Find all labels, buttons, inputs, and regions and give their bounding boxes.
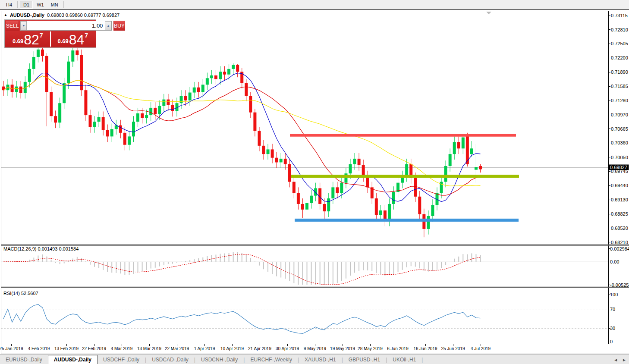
candle-body: [149, 108, 152, 115]
candle-body: [28, 69, 31, 82]
timeframe-button-d1[interactable]: D1: [20, 1, 33, 9]
rsi-label: RSI(14) 52.5607: [3, 291, 38, 296]
chart-ohlc-values: 0.69803 0.69860 0.69777 0.69827: [47, 13, 120, 18]
symbol-tab-eurusd-daily[interactable]: EURUSD-,Daily: [0, 355, 48, 364]
candle-body: [292, 182, 296, 193]
macd-axis-label: 0.00: [610, 259, 619, 264]
candle-body: [284, 159, 287, 164]
rsi-axis-label: 0: [610, 339, 613, 344]
price-axis-label: 0.68825: [611, 211, 628, 217]
price-axis-label: 0.68210: [611, 240, 628, 245]
candle-body: [336, 187, 339, 193]
date-label: 25 Jun 2019: [441, 346, 465, 351]
volume-decrease-icon[interactable]: ▼: [20, 21, 27, 30]
candle-body: [71, 50, 74, 62]
candle-body: [102, 117, 105, 130]
candle-body: [271, 149, 274, 157]
candle-body: [63, 83, 66, 103]
hline-resistance: [290, 134, 516, 137]
candle-body: [197, 88, 200, 92]
sell-button[interactable]: SELL: [6, 21, 19, 31]
date-label: 16 Jun 2019: [413, 346, 437, 351]
date-label: 13 Feb 2019: [54, 346, 79, 351]
symbol-tab-usdcnh-daily[interactable]: USDCNH-,Daily: [195, 355, 243, 364]
candle-body: [58, 103, 61, 122]
symbol-tab-xauusd-h1[interactable]: XAUUSD-,H1: [299, 355, 342, 364]
rsi-axis-label: 70: [610, 307, 615, 312]
candle-body: [84, 90, 87, 115]
rsi-axis-label: 30: [610, 326, 615, 331]
candle-body: [214, 75, 217, 79]
symbol-tab-ukoil-h1[interactable]: UKOil-,H1: [387, 355, 421, 364]
volume-increase-icon[interactable]: ▲: [105, 21, 111, 30]
date-label: 25 Jan 2019: [0, 346, 23, 351]
buy-button[interactable]: BUY: [113, 21, 125, 31]
candle-body: [440, 182, 443, 193]
symbol-tab-usdchf-daily[interactable]: USDCHF-,Daily: [97, 355, 145, 364]
symbol-tab-audusd-daily[interactable]: AUDUSD-,Daily: [48, 355, 97, 364]
rsi-axis-label: 100: [610, 292, 618, 297]
price-axis-label: 0.70360: [611, 140, 628, 145]
candle-body: [358, 159, 361, 165]
macd-label: MACD(12,26,9) 0.001493 0.001584: [3, 246, 79, 251]
date-label: 4 Mar 2019: [111, 346, 133, 351]
axis-labels-layer: 0.731150.728100.725050.722000.718900.715…: [0, 13, 629, 351]
buy-price-pip: 7: [85, 32, 88, 39]
candle-body: [75, 50, 79, 55]
candle-body: [110, 129, 113, 136]
symbol-tab-usdcad-daily[interactable]: USDCAD-,Daily: [146, 355, 194, 364]
symbol-tab-gbpusd-h1[interactable]: GBPUSD-,H1: [343, 355, 386, 364]
candle-body: [232, 65, 235, 69]
collapse-triangle-icon[interactable]: ▲: [4, 13, 7, 17]
candle-body: [145, 115, 148, 118]
toolbar-separator: [63, 1, 64, 8]
trading-platform-window: H4D1W1MN 0.731150.728100.725050.722000.7…: [0, 0, 629, 364]
timeframe-button-h4[interactable]: H4: [3, 1, 15, 8]
candle-body: [297, 193, 300, 204]
candle-body: [158, 106, 161, 114]
candle-body: [280, 159, 283, 163]
symbol-tab-eurchf-weekly[interactable]: EURCHF-,Weekly: [245, 355, 297, 364]
price-axis-label: 0.71585: [611, 84, 628, 89]
tab-scroll-right-icon[interactable]: ►: [622, 358, 626, 362]
date-label: 1 Apr 2019: [194, 346, 215, 351]
date-label: 4 Feb 2019: [28, 346, 50, 351]
candle-body: [353, 159, 356, 164]
price-axis-label: 0.70665: [611, 126, 628, 132]
candle-body: [453, 142, 456, 154]
candle-body: [180, 96, 183, 103]
candle-body: [37, 50, 40, 57]
chart-shift-marker-icon[interactable]: [486, 12, 491, 14]
candle-body: [184, 96, 187, 100]
timeframe-toolbar: H4D1W1MN: [0, 0, 629, 10]
price-axis-label: 0.73115: [611, 13, 628, 18]
buy-price-display[interactable]: 0.69 84 7: [51, 31, 95, 47]
date-label: 22 Feb 2019: [82, 346, 107, 351]
price-chart[interactable]: 0.731150.728100.725050.722000.718900.715…: [0, 9, 629, 355]
price-axis-label: 0.72810: [611, 27, 628, 32]
price-axis-label: 0.68520: [611, 226, 628, 231]
candle-body: [314, 188, 317, 196]
date-label: 10 Apr 2019: [220, 346, 244, 351]
candle-body: [132, 122, 135, 136]
candle-body: [275, 158, 278, 163]
candle-body: [414, 178, 417, 197]
candle-body: [67, 62, 70, 83]
candle-body: [80, 55, 83, 90]
candle-body: [301, 204, 304, 210]
candles-layer: [2, 46, 482, 237]
sell-price-display[interactable]: 0.69 82 7: [6, 31, 51, 47]
date-label: 21 Apr 2019: [248, 346, 271, 351]
candle-body: [267, 149, 270, 154]
volume-input[interactable]: [27, 21, 105, 30]
candle-body: [379, 210, 382, 215]
candle-body: [219, 72, 222, 79]
candle-body: [119, 126, 122, 133]
timeframe-button-mn[interactable]: MN: [48, 1, 61, 8]
candle-body: [362, 165, 365, 176]
candle-body: [97, 117, 101, 122]
timeframe-button-w1[interactable]: W1: [34, 1, 47, 8]
tab-scroll-left-icon[interactable]: ◄: [613, 358, 618, 362]
price-axis-label: 0.69440: [611, 183, 628, 188]
candle-body: [431, 205, 434, 216]
